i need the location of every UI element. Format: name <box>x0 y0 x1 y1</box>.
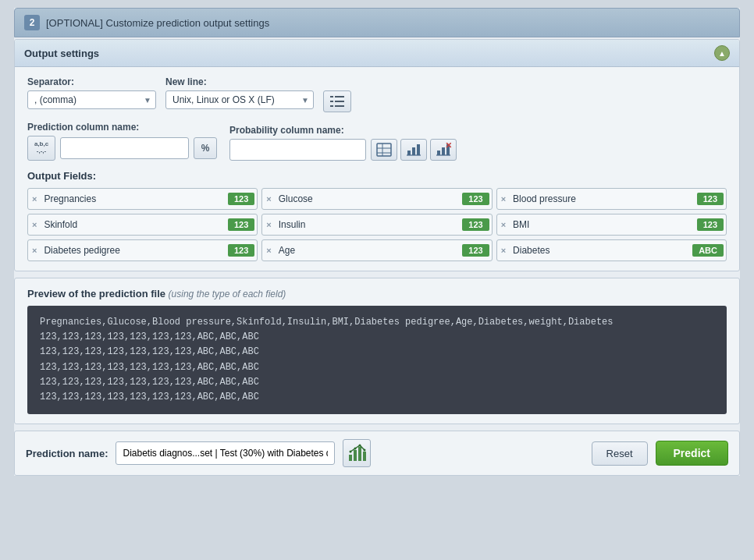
abc-icon: a,b,c-,-,- <box>27 136 55 161</box>
field-remove-diabetes[interactable]: × <box>497 246 510 255</box>
svg-rect-15 <box>442 147 445 155</box>
reset-button[interactable]: Reset <box>592 441 648 466</box>
field-badge-diabetes: ABC <box>692 244 724 257</box>
probability-col-label: Probability column name: <box>229 125 457 136</box>
panel-header: Output settings ▲ <box>15 40 739 67</box>
field-remove-diabetes-pedigree[interactable]: × <box>28 246 41 255</box>
prediction-col-input[interactable] <box>60 137 189 159</box>
table-icon <box>376 143 392 157</box>
panel-header-title: Output settings <box>24 48 99 59</box>
separator-label: Separator: <box>27 76 156 87</box>
fields-grid: × Pregnancies 123 × Glucose 123 × Blood … <box>27 188 727 261</box>
field-badge-glucose: 123 <box>462 193 489 205</box>
svg-rect-20 <box>349 455 352 461</box>
field-remove-blood-pressure[interactable]: × <box>497 194 510 204</box>
field-tag-skinfold: × Skinfold 123 <box>27 214 258 236</box>
svg-rect-6 <box>377 144 391 156</box>
field-tag-diabetes: × Diabetes ABC <box>496 239 727 261</box>
preview-title: Preview of the prediction file (using th… <box>27 288 727 299</box>
svg-rect-3 <box>335 101 344 102</box>
field-name-age: Age <box>276 245 461 256</box>
list-icon <box>330 95 344 108</box>
field-remove-skinfold[interactable]: × <box>28 220 41 229</box>
field-name-glucose: Glucose <box>276 193 461 204</box>
field-remove-bmi[interactable]: × <box>497 220 510 229</box>
field-tag-insulin: × Insulin 123 <box>261 214 492 236</box>
preview-code-block: Pregnancies,Glucose,Blood pressure,Skinf… <box>27 306 727 414</box>
prob-icon-table[interactable] <box>371 139 397 161</box>
svg-rect-12 <box>417 144 420 155</box>
probability-col-input-row <box>229 139 457 161</box>
preview-title-main: Preview of the prediction file <box>27 288 165 299</box>
field-name-bmi: BMI <box>510 219 695 230</box>
separator-group: Separator: , (comma) ; (semicolon) Tab S… <box>27 76 156 109</box>
output-settings-panel: Output settings ▲ Separator: , (comma) ;… <box>14 39 740 271</box>
step-number: 2 <box>24 15 40 30</box>
output-fields-label: Output Fields: <box>27 170 727 182</box>
svg-rect-10 <box>407 151 411 155</box>
field-badge-skinfold: 123 <box>228 218 254 231</box>
probability-col-input[interactable] <box>229 139 366 161</box>
field-badge-age: 123 <box>462 244 489 257</box>
svg-rect-21 <box>354 450 357 461</box>
field-remove-pregnancies[interactable]: × <box>28 194 41 204</box>
svg-point-27 <box>364 449 366 452</box>
svg-point-25 <box>354 448 357 450</box>
preview-panel: Preview of the prediction file (using th… <box>14 278 740 424</box>
predict-button[interactable]: Predict <box>656 441 728 466</box>
field-remove-age[interactable]: × <box>262 246 275 255</box>
prediction-name-input[interactable] <box>116 441 335 465</box>
field-tag-bmi: × BMI 123 <box>496 214 727 236</box>
step-header: 2 [OPTIONAL] Customize prediction output… <box>14 8 740 37</box>
svg-point-24 <box>350 451 352 453</box>
newline-select-wrapper: Unix, Linux or OS X (LF) Windows (CRLF) … <box>165 90 314 109</box>
separator-select[interactable]: , (comma) ; (semicolon) Tab Space <box>27 90 156 109</box>
panel-collapse-button[interactable]: ▲ <box>714 45 730 61</box>
field-name-diabetes: Diabetes <box>510 245 690 256</box>
preview-line-6: 123,123,123,123,123,123,123,ABC,ABC,ABC <box>40 390 714 405</box>
chart-icon-button[interactable] <box>343 439 371 467</box>
field-name-skinfold: Skinfold <box>41 219 226 230</box>
column-names-row: Prediction column name: a,b,c-,-,- % Pro… <box>27 122 727 161</box>
field-badge-diabetes-pedigree: 123 <box>228 244 254 257</box>
field-remove-insulin[interactable]: × <box>262 220 275 229</box>
field-name-insulin: Insulin <box>276 219 461 230</box>
preview-line-1: Pregnancies,Glucose,Blood pressure,Skinf… <box>40 315 714 330</box>
field-tag-pregnancies: × Pregnancies 123 <box>27 188 258 210</box>
list-icon-button[interactable] <box>323 90 351 112</box>
preview-title-note: (using the type of each field) <box>169 289 286 299</box>
prediction-col-label: Prediction column name: <box>27 122 217 133</box>
preview-line-5: 123,123,123,123,123,123,123,ABC,ABC,ABC <box>40 375 714 390</box>
separator-newline-row: Separator: , (comma) ; (semicolon) Tab S… <box>27 76 727 112</box>
svg-rect-5 <box>335 105 344 107</box>
bottom-bar: Prediction name: Reset Predict <box>14 431 740 476</box>
field-tag-diabetes-pedigree: × Diabetes pedigree 123 <box>27 239 258 261</box>
prob-icon-bar-chart[interactable] <box>400 139 427 161</box>
chart-icon <box>347 444 366 463</box>
prediction-col-input-row: a,b,c-,-,- % <box>27 136 217 161</box>
svg-rect-23 <box>363 452 366 461</box>
svg-rect-22 <box>358 447 361 461</box>
preview-line-2: 123,123,123,123,123,123,123,ABC,ABC,ABC <box>40 330 714 345</box>
field-remove-glucose[interactable]: × <box>262 194 275 204</box>
newline-select[interactable]: Unix, Linux or OS X (LF) Windows (CRLF) … <box>165 90 314 109</box>
field-name-diabetes-pedigree: Diabetes pedigree <box>41 245 226 256</box>
field-name-blood-pressure: Blood pressure <box>510 193 695 204</box>
svg-rect-0 <box>330 96 333 97</box>
field-badge-pregnancies: 123 <box>228 193 254 205</box>
svg-rect-4 <box>330 105 333 107</box>
field-tag-blood-pressure: × Blood pressure 123 <box>496 188 727 210</box>
probability-icon-group <box>371 139 457 161</box>
svg-rect-11 <box>412 147 415 155</box>
step-title: [OPTIONAL] Customize prediction output s… <box>46 17 269 29</box>
prob-icon-bar-chart-x[interactable] <box>430 139 457 161</box>
field-badge-blood-pressure: 123 <box>697 193 724 205</box>
newline-group: New line: Unix, Linux or OS X (LF) Windo… <box>165 76 314 109</box>
bar-chart-icon <box>406 143 421 157</box>
panel-body: Separator: , (comma) ; (semicolon) Tab S… <box>15 67 739 271</box>
percent-icon-button[interactable]: % <box>194 137 217 159</box>
field-tag-glucose: × Glucose 123 <box>261 188 492 210</box>
probability-col-group: Probability column name: <box>229 125 457 161</box>
field-name-pregnancies: Pregnancies <box>41 193 226 204</box>
preview-line-3: 123,123,123,123,123,123,123,ABC,ABC,ABC <box>40 345 714 360</box>
